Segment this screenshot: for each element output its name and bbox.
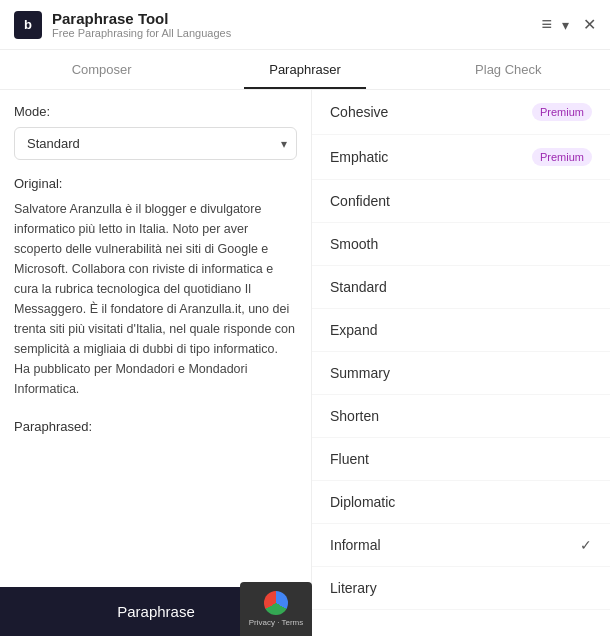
dropdown-item[interactable]: Shorten: [312, 395, 610, 438]
dropdown-item-label: Smart: [330, 623, 367, 626]
tab-plag-check[interactable]: Plag Check: [407, 50, 610, 89]
dropdown-item-label: Literary: [330, 580, 377, 596]
dropdown-item[interactable]: Confident: [312, 180, 610, 223]
tab-composer[interactable]: Composer: [0, 50, 203, 89]
dropdown-item-label: Summary: [330, 365, 390, 381]
premium-badge: Premium: [532, 103, 592, 121]
paraphrased-label: Paraphrased:: [14, 419, 297, 434]
app-title: Paraphrase Tool: [52, 10, 541, 27]
dropdown-item-label: Shorten: [330, 408, 379, 424]
dropdown-item[interactable]: Standard: [312, 266, 610, 309]
dropdown-item[interactable]: Summary: [312, 352, 610, 395]
dropdown-item-label: Standard: [330, 279, 387, 295]
hamburger-icon[interactable]: ≡: [541, 14, 552, 35]
dropdown-item-label: Confident: [330, 193, 390, 209]
main-content: Mode: Standard Original: Salvatore Aranz…: [0, 90, 610, 626]
close-icon[interactable]: ✕: [583, 15, 596, 34]
dropdown-item[interactable]: Smooth: [312, 223, 610, 266]
app-subtitle: Free Paraphrasing for All Languages: [52, 27, 541, 39]
header: b Paraphrase Tool Free Paraphrasing for …: [0, 0, 610, 50]
dropdown-item[interactable]: CohesivePremium: [312, 90, 610, 135]
tab-paraphraser[interactable]: Paraphraser: [203, 50, 406, 89]
dropdown-item[interactable]: EmphaticPremium: [312, 135, 610, 180]
premium-badge: Premium: [532, 148, 592, 166]
mode-select[interactable]: Standard: [14, 127, 297, 160]
mode-label: Mode:: [14, 104, 297, 119]
check-icon: ✓: [580, 537, 592, 553]
header-icons: ≡ ▾ ✕: [541, 14, 596, 35]
dropdown-item[interactable]: Literary: [312, 567, 610, 610]
header-title-group: Paraphrase Tool Free Paraphrasing for Al…: [52, 10, 541, 39]
dropdown-item[interactable]: Diplomatic: [312, 481, 610, 524]
dropdown-item-label: Expand: [330, 322, 377, 338]
left-panel: Mode: Standard Original: Salvatore Aranz…: [0, 90, 312, 626]
dropdown-item-label: Informal: [330, 537, 381, 553]
dropdown-item[interactable]: Informal✓: [312, 524, 610, 567]
recaptcha-badge: Privacy · Terms: [240, 582, 312, 636]
original-text: Salvatore Aranzulla è il blogger e divul…: [14, 199, 297, 399]
dropdown-item[interactable]: Fluent: [312, 438, 610, 481]
app-logo: b: [14, 11, 42, 39]
mode-select-wrapper: Standard: [14, 127, 297, 160]
dropdown-item-label: Fluent: [330, 451, 369, 467]
dropdown-item-label: Cohesive: [330, 104, 388, 120]
dropdown-item-label: Diplomatic: [330, 494, 395, 510]
recaptcha-text: Privacy · Terms: [249, 618, 304, 628]
dropdown-item-label: Smooth: [330, 236, 378, 252]
right-panel-dropdown: CohesivePremiumEmphaticPremiumConfidentS…: [312, 90, 610, 626]
tabs-bar: Composer Paraphraser Plag Check: [0, 50, 610, 90]
dropdown-item[interactable]: Expand: [312, 309, 610, 352]
dropdown-item-label: Emphatic: [330, 149, 388, 165]
dropdown-item[interactable]: Smart: [312, 610, 610, 626]
header-dropdown-icon[interactable]: ▾: [562, 17, 569, 33]
original-label: Original:: [14, 176, 297, 191]
recaptcha-logo: [264, 591, 288, 615]
